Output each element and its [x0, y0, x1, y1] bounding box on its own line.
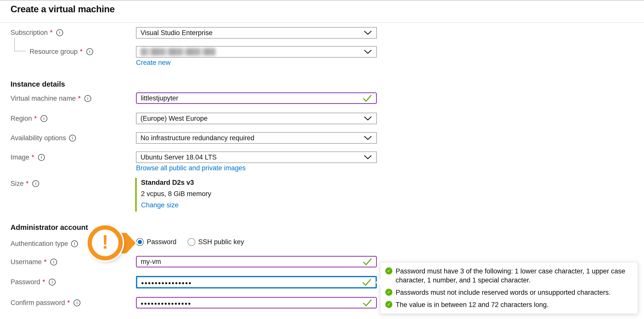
size-summary-block: Standard D2s v3 2 vcpus, 8 GiB memory Ch…	[135, 178, 376, 212]
subscription-label: Subscription * i	[11, 29, 63, 37]
radio-option-ssh-public-key[interactable]: SSH public key	[188, 238, 244, 246]
info-icon[interactable]: i	[84, 95, 91, 102]
header-divider	[0, 22, 644, 23]
image-dropdown[interactable]: Ubuntu Server 18.04 LTS	[136, 151, 377, 163]
image-label: Image * i	[11, 153, 45, 161]
create-vm-page: Create a virtual machine Subscription * …	[0, 0, 644, 319]
change-size-link[interactable]: Change size	[141, 201, 179, 209]
password-masked-value: •••••••••••••••	[141, 277, 192, 287]
chevron-down-icon	[364, 50, 372, 54]
requirement-item: ✓ The value is in between 12 and 72 char…	[385, 300, 632, 309]
size-label: Size * i	[11, 180, 39, 188]
required-marker: *	[80, 48, 83, 56]
check-circle-icon: ✓	[385, 301, 392, 308]
authentication-type-radio-group: Password SSH public key	[136, 238, 244, 246]
chevron-down-icon	[364, 116, 372, 121]
username-label: Username * i	[11, 258, 57, 266]
region-label: Region * i	[11, 115, 47, 122]
instance-details-heading: Instance details	[11, 80, 65, 88]
info-icon[interactable]: i	[49, 279, 56, 285]
region-dropdown[interactable]: (Europe) West Europe	[136, 113, 377, 124]
administrator-account-heading: Administrator account	[11, 223, 88, 232]
info-icon[interactable]: i	[71, 240, 78, 247]
tooltip-arrow-left	[376, 278, 385, 287]
chevron-down-icon	[364, 31, 372, 35]
info-icon[interactable]: i	[50, 259, 57, 265]
availability-options-label: Availability options i	[11, 134, 76, 142]
check-circle-icon: ✓	[385, 267, 392, 274]
radio-option-password[interactable]: Password	[136, 238, 177, 246]
vm-name-value: littlestjupyter	[141, 94, 178, 102]
info-icon[interactable]: i	[41, 115, 47, 122]
required-marker: *	[78, 95, 81, 102]
confirm-password-masked-value: •••••••••••••••	[141, 298, 192, 307]
info-icon[interactable]: i	[38, 154, 45, 161]
valid-check-icon	[363, 299, 372, 306]
vm-name-label: Virtual machine name * i	[11, 95, 91, 102]
chevron-down-icon	[364, 136, 372, 140]
valid-check-icon	[363, 94, 372, 102]
password-input[interactable]: •••••••••••••••	[136, 276, 377, 288]
required-marker: *	[34, 115, 37, 122]
top-border-line	[0, 0, 644, 1]
password-requirements-tooltip: ✓ Password must have 3 of the following:…	[380, 262, 638, 314]
info-icon[interactable]: i	[86, 48, 93, 55]
required-marker: *	[32, 153, 34, 161]
check-circle-icon: ✓	[385, 289, 392, 296]
info-icon[interactable]: i	[56, 29, 63, 36]
required-marker: *	[67, 299, 70, 307]
vm-name-input[interactable]: littlestjupyter	[136, 92, 377, 104]
arrow-right-icon	[115, 233, 136, 253]
authentication-type-label: Authentication type i	[11, 240, 78, 248]
required-marker: *	[50, 29, 53, 37]
password-label: Password * i	[11, 278, 56, 286]
required-marker: *	[44, 258, 47, 266]
availability-options-value: No infrastructure redundancy required	[140, 134, 254, 142]
requirement-item: ✓ Password must have 3 of the following:…	[385, 267, 632, 285]
requirement-item: ✓ Passwords must not include reserved wo…	[385, 288, 632, 297]
resource-group-redacted-value	[140, 48, 216, 56]
required-marker: *	[26, 180, 29, 188]
page-title: Create a virtual machine	[11, 4, 115, 15]
subscription-value: Visual Studio Enterprise	[140, 29, 213, 37]
info-icon[interactable]: i	[32, 180, 39, 187]
size-name: Standard D2s v3	[141, 179, 376, 187]
resource-group-label: Resource group * i	[30, 48, 93, 56]
info-icon[interactable]: i	[74, 299, 80, 306]
region-value: (Europe) West Europe	[140, 115, 208, 122]
valid-check-icon	[362, 278, 372, 286]
arrow-right-outline	[113, 231, 137, 255]
radio-unselected-icon	[188, 238, 195, 246]
required-marker: *	[43, 278, 45, 286]
confirm-password-label: Confirm password * i	[11, 299, 80, 307]
valid-check-icon	[363, 258, 372, 265]
confirm-password-input[interactable]: •••••••••••••••	[136, 297, 377, 308]
image-value: Ubuntu Server 18.04 LTS	[140, 153, 217, 161]
username-value: my-vm	[141, 258, 161, 266]
exclamation-circle-icon: !	[88, 225, 123, 260]
tree-connector-horizontal	[14, 51, 26, 51]
radio-selected-icon	[136, 238, 144, 246]
resource-group-dropdown[interactable]	[136, 46, 377, 58]
attention-annotation: !	[87, 224, 139, 262]
username-input[interactable]: my-vm	[136, 256, 377, 267]
chevron-down-icon	[364, 155, 372, 159]
subscription-dropdown[interactable]: Visual Studio Enterprise	[136, 27, 377, 39]
info-icon[interactable]: i	[69, 135, 76, 141]
size-specs: 2 vcpus, 8 GiB memory	[141, 190, 376, 198]
create-new-link[interactable]: Create new	[136, 59, 171, 67]
availability-options-dropdown[interactable]: No infrastructure redundancy required	[136, 132, 377, 144]
browse-images-link[interactable]: Browse all public and private images	[136, 164, 246, 172]
tree-connector-vertical	[14, 38, 15, 51]
